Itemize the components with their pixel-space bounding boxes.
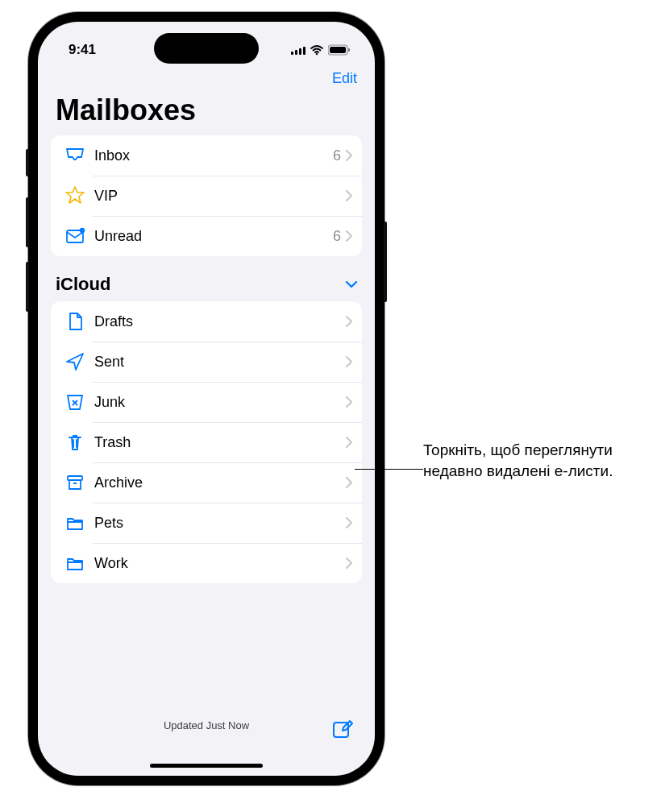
- page-title: Mailboxes: [38, 89, 375, 135]
- chevron-right-icon: [346, 396, 352, 408]
- chevron-right-icon: [346, 437, 352, 448]
- mailboxes-group: Inbox 6 VIP Unread 6: [51, 135, 362, 256]
- mailbox-row-inbox[interactable]: Inbox 6: [51, 135, 362, 176]
- chevron-right-icon: [346, 557, 352, 569]
- unread-icon: [62, 226, 88, 246]
- folder-row-work[interactable]: Work: [51, 543, 362, 583]
- row-count: 6: [333, 228, 341, 245]
- row-label: Work: [88, 555, 346, 572]
- folder-row-pets[interactable]: Pets: [51, 503, 362, 543]
- row-label: Pets: [88, 515, 346, 532]
- chevron-right-icon: [346, 477, 352, 488]
- signal-icon: [291, 45, 305, 55]
- sent-icon: [62, 351, 88, 372]
- folder-row-trash[interactable]: Trash: [51, 422, 362, 462]
- chevron-right-icon: [346, 316, 352, 327]
- folder-row-drafts[interactable]: Drafts: [51, 301, 362, 342]
- folder-row-archive[interactable]: Archive: [51, 462, 362, 503]
- chevron-right-icon: [346, 517, 352, 528]
- icloud-group: Drafts Sent Junk Trash Archive: [51, 301, 362, 583]
- row-label: Inbox: [88, 147, 333, 164]
- edit-button[interactable]: Edit: [332, 70, 357, 87]
- mailbox-row-unread[interactable]: Unread 6: [51, 216, 362, 256]
- drafts-icon: [62, 311, 88, 332]
- dynamic-island: [154, 33, 259, 64]
- callout-line: [355, 469, 423, 470]
- chevron-down-icon: [346, 281, 357, 288]
- nav-bar: Edit: [38, 67, 375, 89]
- status-time: 9:41: [69, 42, 96, 58]
- compose-icon: [332, 718, 354, 740]
- row-label: Sent: [88, 354, 346, 371]
- row-count: 6: [333, 147, 341, 164]
- vip-icon: [62, 185, 88, 206]
- row-label: VIP: [88, 188, 341, 205]
- inbox-icon: [62, 145, 88, 166]
- folder-icon: [62, 553, 88, 574]
- trash-icon: [62, 432, 88, 453]
- row-label: Drafts: [88, 313, 346, 330]
- row-label: Archive: [88, 474, 346, 491]
- row-label: Junk: [88, 394, 346, 411]
- mailbox-row-vip[interactable]: VIP: [51, 176, 362, 216]
- wifi-icon: [310, 45, 323, 56]
- compose-button[interactable]: [332, 718, 354, 743]
- chevron-right-icon: [346, 230, 352, 242]
- chevron-right-icon: [346, 190, 352, 201]
- folder-icon: [62, 512, 88, 533]
- battery-icon: [328, 44, 351, 56]
- folder-row-junk[interactable]: Junk: [51, 382, 362, 422]
- folder-row-sent[interactable]: Sent: [51, 342, 362, 382]
- section-label: iCloud: [56, 274, 110, 295]
- chevron-right-icon: [346, 356, 352, 367]
- callout-text: Торкніть, щоб переглянути недавно видале…: [423, 440, 657, 481]
- chevron-right-icon: [346, 150, 352, 161]
- home-indicator: [150, 764, 263, 768]
- section-header-icloud[interactable]: iCloud: [38, 272, 375, 301]
- junk-icon: [62, 392, 88, 412]
- row-label: Unread: [88, 228, 333, 245]
- archive-icon: [62, 472, 88, 493]
- toolbar-status: Updated Just Now: [38, 719, 375, 731]
- row-label: Trash: [88, 434, 346, 451]
